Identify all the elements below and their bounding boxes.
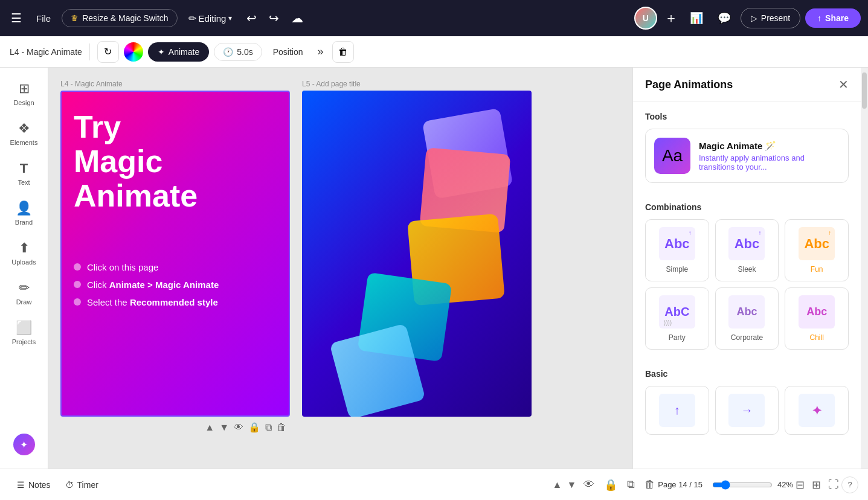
basic-item-1[interactable]: ↑: [645, 386, 709, 435]
duration-button[interactable]: 🕐 5.0s: [214, 43, 262, 61]
instruction-1: Click on this page: [74, 262, 277, 272]
bullet-1: [74, 263, 81, 271]
page-visibility-button[interactable]: 👁: [581, 476, 597, 493]
delete-button[interactable]: 🗑: [332, 41, 354, 63]
cloud-save-button[interactable]: ☁: [288, 7, 307, 29]
page-lock-button[interactable]: 🔒: [602, 476, 620, 494]
slide-l4-label: L4 - Magic Animate: [60, 80, 290, 88]
slide-l5[interactable]: [302, 91, 532, 417]
sidebar-item-design[interactable]: ⊞ Design: [0, 75, 48, 112]
slide-lock[interactable]: 🔒: [247, 420, 262, 434]
chart-button[interactable]: 📊: [685, 7, 708, 30]
notes-button[interactable]: ☰ Notes: [10, 476, 58, 493]
sidebar-item-projects[interactable]: ⬜ Projects: [0, 314, 48, 351]
right-panel: Page Animations ✕ Tools Aa Magic Animate: [632, 68, 868, 469]
tool-info: Magic Animate 🪄 Instantly apply animatio…: [699, 141, 840, 171]
combo-sleek[interactable]: Abc ↑ Sleek: [715, 219, 779, 281]
close-panel-button[interactable]: ✕: [838, 77, 849, 92]
position-button[interactable]: Position: [267, 43, 309, 60]
slide-l4[interactable]: Try Magic Animate Click on this page: [60, 91, 290, 417]
page-prev-button[interactable]: ▲: [553, 479, 562, 490]
redo-button[interactable]: ↪: [265, 7, 283, 29]
slide-delete[interactable]: 🗑: [275, 421, 288, 434]
single-view-button[interactable]: ⊟: [793, 476, 807, 494]
basic-section: Basic ↑ →: [633, 359, 861, 444]
basic-grid: ↑ → ✦: [645, 386, 849, 435]
combo-fun-preview: Abc ↑: [799, 227, 835, 260]
sidebar-item-uploads[interactable]: ⬆ Uploads: [0, 234, 48, 272]
editing-button[interactable]: ✏ Editing ▾: [182, 9, 239, 28]
timer-button[interactable]: ⏱ Timer: [58, 476, 106, 493]
secondary-toolbar: L4 - Magic Animate ↻ ✦ Animate 🕐 5.0s Po…: [0, 36, 868, 68]
crown-icon: ♛: [71, 13, 79, 23]
file-button[interactable]: File: [30, 10, 57, 27]
basic-item-2[interactable]: →: [715, 386, 779, 435]
slide-l4-content: Try Magic Animate Click on this page: [62, 92, 289, 325]
add-collaborator-button[interactable]: ＋: [662, 7, 680, 30]
undo-button[interactable]: ↩: [243, 7, 260, 29]
top-toolbar: ☰ File ♛ Resize & Magic Switch ✏ Editing…: [0, 0, 868, 36]
present-icon: ▷: [751, 13, 757, 23]
page-delete-button[interactable]: 🗑: [642, 476, 658, 493]
bottom-bar: ☰ Notes ⏱ Timer ▲ ▼ 👁 🔒 ⧉ 🗑 Page 14 / 15…: [0, 469, 868, 500]
basic-preview-1: ↑: [659, 394, 695, 427]
share-button[interactable]: ↑ Share: [805, 8, 861, 28]
magic-animate-icon: Aa: [654, 138, 690, 174]
design-icon: ⊞: [19, 81, 30, 97]
fullscreen-button[interactable]: ⛶: [826, 476, 841, 494]
combo-fun[interactable]: Abc ↑ Fun: [785, 219, 849, 281]
sidebar-item-text[interactable]: T Text: [0, 155, 48, 192]
chat-button[interactable]: 💬: [713, 7, 736, 30]
slide-visibility[interactable]: 👁: [233, 421, 245, 434]
more-options-button[interactable]: »: [313, 42, 327, 62]
color-wheel-button[interactable]: [124, 42, 143, 62]
magic-tools-item[interactable]: ✦: [13, 428, 35, 461]
scrollbar-track[interactable]: [861, 68, 868, 469]
share-icon: ↑: [817, 13, 821, 23]
notes-icon: ☰: [17, 480, 25, 490]
panel-scroll[interactable]: Page Animations ✕ Tools Aa Magic Animate: [633, 68, 861, 469]
slides-row: L4 - Magic Animate Try Magic Animate Cli…: [48, 68, 632, 438]
sidebar-item-elements[interactable]: ❖ Elements: [0, 115, 48, 152]
combo-simple-label: Simple: [666, 265, 688, 274]
zoom-value: 42%: [777, 480, 793, 489]
grid-view-button[interactable]: ⊞: [809, 476, 823, 494]
slide-l5-wrapper: L5 - Add page title: [302, 80, 532, 417]
slide-l5-label: L5 - Add page title: [302, 80, 532, 88]
animate-button[interactable]: ✦ Animate: [148, 42, 209, 62]
present-button[interactable]: ▷ Present: [741, 8, 800, 28]
page-next-button[interactable]: ▼: [567, 479, 576, 490]
zoom-slider[interactable]: [712, 480, 773, 490]
combo-corporate[interactable]: Abc Corporate: [715, 287, 779, 350]
page-duplicate-button[interactable]: ⧉: [625, 476, 637, 493]
combo-sleek-preview: Abc ↑: [728, 227, 765, 260]
refresh-button[interactable]: ↻: [97, 41, 119, 63]
combo-party[interactable]: AbC )))) Party: [645, 287, 709, 350]
combo-chill-label: Chill: [809, 333, 823, 342]
magic-animate-card[interactable]: Aa Magic Animate 🪄 Instantly apply anima…: [645, 129, 849, 183]
combo-chill[interactable]: Abc Chill: [785, 287, 849, 350]
slide-main-title: Try Magic Animate: [74, 110, 277, 214]
sidebar-item-draw[interactable]: ✏ Draw: [0, 274, 48, 312]
combo-fun-label: Fun: [811, 265, 823, 274]
help-button[interactable]: ?: [841, 476, 858, 493]
basic-item-3[interactable]: ✦: [785, 386, 849, 435]
panel-title: Page Animations: [645, 79, 733, 91]
slide-duplicate[interactable]: ⧉: [264, 421, 273, 434]
combo-simple[interactable]: Abc ↑ Simple: [645, 219, 709, 281]
zoom-bar: Page 14 / 15 42%: [658, 480, 793, 490]
avatar[interactable]: U: [634, 7, 657, 30]
slide-nav-down[interactable]: ▼: [218, 421, 230, 434]
pencil-icon: ✏: [188, 13, 196, 24]
page-navigation: ▲ ▼ 👁 🔒 ⧉ 🗑: [553, 476, 658, 494]
hamburger-button[interactable]: ☰: [7, 7, 25, 29]
text-icon: T: [20, 161, 28, 176]
sidebar-item-brand[interactable]: 👤 Brand: [0, 194, 48, 232]
combo-corporate-label: Corporate: [731, 333, 763, 342]
combinations-label: Combinations: [645, 202, 849, 212]
instruction-3: Select the Recommended style: [74, 297, 277, 307]
wand-icon: 🪄: [765, 141, 776, 152]
slide-nav-up[interactable]: ▲: [204, 421, 216, 434]
resize-magic-button[interactable]: ♛ Resize & Magic Switch: [62, 9, 177, 27]
slide-l4-wrapper: L4 - Magic Animate Try Magic Animate Cli…: [60, 80, 290, 438]
